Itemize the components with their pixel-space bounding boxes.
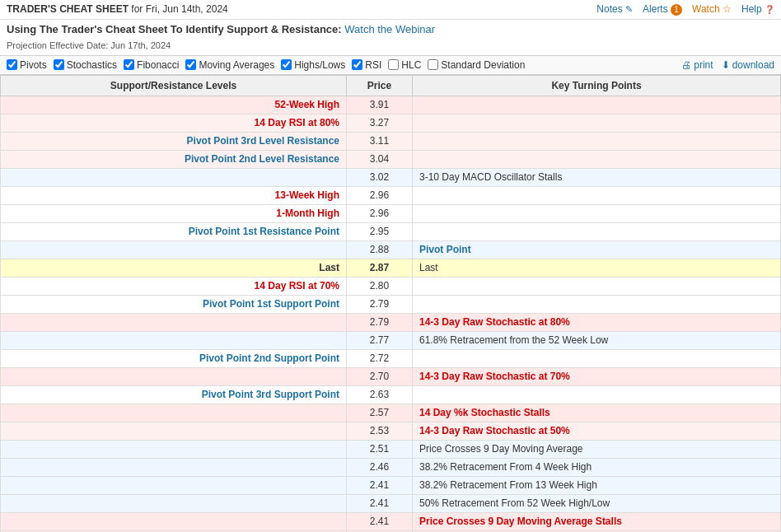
col-header-ktp: Key Turning Points — [413, 75, 781, 96]
price-cell: 2.80 — [347, 277, 413, 295]
action-buttons: 🖨 print ⬇ download — [681, 59, 774, 71]
checkbox-pivots[interactable] — [7, 59, 17, 70]
price-cell: 3.02 — [347, 168, 413, 186]
price-cell: 3.04 — [347, 150, 413, 168]
filter-moving-averages[interactable]: Moving Averages — [185, 59, 274, 71]
price-cell: 2.96 — [347, 186, 413, 204]
help-link[interactable]: Help ❓ — [741, 3, 774, 15]
table-row: 2.4150% Retracement From 52 Week High/Lo… — [1, 494, 781, 512]
ktp-cell — [413, 114, 781, 132]
ktp-cell: 61.8% Retracement from the 52 Week Low — [413, 331, 781, 349]
price-cell: 2.41 — [347, 476, 413, 494]
price-cell: 2.88 — [347, 240, 413, 259]
support-cell: Pivot Point 1st Resistance Point — [1, 222, 347, 240]
webinar-link[interactable]: Watch the Webinar — [344, 23, 435, 35]
checkbox-fibonacci[interactable] — [124, 59, 134, 70]
table-row: 2.7761.8% Retracement from the 52 Week L… — [1, 331, 781, 349]
support-cell — [1, 440, 347, 458]
filter-hlc[interactable]: HLC — [388, 59, 421, 71]
support-cell: Pivot Point 3rd Level Resistance — [1, 132, 347, 150]
support-cell: 1-Month High — [1, 204, 347, 222]
ktp-cell — [413, 186, 781, 204]
notes-link[interactable]: Notes ✎ — [596, 3, 633, 15]
price-cell: 2.53 — [347, 422, 413, 440]
filter-rsi[interactable]: RSI — [352, 59, 381, 71]
support-cell — [1, 331, 347, 349]
download-button[interactable]: ⬇ download — [722, 59, 774, 71]
cheat-sheet-table: Support/Resistance Levels Price Key Turn… — [0, 75, 781, 533]
filter-std-dev[interactable]: Standard Deviation — [428, 59, 525, 71]
ktp-cell — [413, 132, 781, 150]
price-cell: 2.70 — [347, 367, 413, 385]
checkbox-moving-averages[interactable] — [185, 59, 196, 70]
price-cell: 2.79 — [347, 313, 413, 331]
alert-count: 1 — [671, 4, 682, 16]
support-cell — [1, 367, 347, 385]
subtitle-area: Using The Trader's Cheat Sheet To Identi… — [0, 20, 781, 39]
support-cell: 14 Day RSI at 80% — [1, 114, 347, 132]
table-row: Pivot Point 3rd Support Point2.63 — [1, 385, 781, 404]
filter-highs-lows[interactable]: Highs/Lows — [281, 59, 345, 71]
ktp-cell: 14-3 Day Raw Stochastic at 70% — [413, 367, 781, 385]
price-cell: 3.11 — [347, 132, 413, 150]
ktp-cell: Pivot Point — [413, 240, 781, 259]
support-cell — [1, 404, 347, 422]
subtitle-text: Using The Trader's Cheat Sheet To Identi… — [7, 23, 342, 35]
support-cell — [1, 240, 347, 259]
support-cell: Pivot Point 2nd Support Point — [1, 349, 347, 367]
help-label: Help — [741, 3, 762, 15]
header-date: for Fri, Jun 14th, 2024 — [131, 3, 227, 15]
support-cell — [1, 422, 347, 440]
price-cell: 2.57 — [347, 404, 413, 422]
checkbox-hlc[interactable] — [388, 59, 399, 70]
table-row: 1-Month High2.96 — [1, 204, 781, 222]
support-cell: Pivot Point 1st Support Point — [1, 295, 347, 313]
col-header-support: Support/Resistance Levels — [1, 75, 347, 96]
price-cell: 2.96 — [347, 204, 413, 222]
filter-fibonacci[interactable]: Fibonacci — [124, 59, 179, 71]
table-row: 2.4638.2% Retracement From 4 Week High — [1, 458, 781, 476]
ktp-cell — [413, 385, 781, 404]
ktp-cell: 14-3 Day Raw Stochastic at 50% — [413, 422, 781, 440]
alerts-link[interactable]: Alerts 1 — [643, 3, 682, 16]
ktp-cell: 14 Day %k Stochastic Stalls — [413, 404, 781, 422]
ktp-cell: 3-10 Day MACD Oscillator Stalls — [413, 168, 781, 186]
table-row: Pivot Point 2nd Support Point2.72 — [1, 349, 781, 367]
price-cell: 2.46 — [347, 458, 413, 476]
ktp-cell: 50% Retracement From 52 Week High/Low — [413, 494, 781, 512]
table-row: 13-Week High2.96 — [1, 186, 781, 204]
watch-link[interactable]: Watch ☆ — [692, 3, 732, 15]
col-header-price: Price — [347, 75, 413, 96]
checkbox-rsi[interactable] — [352, 59, 362, 70]
table-row: Pivot Point 1st Support Point2.79 — [1, 295, 781, 313]
filter-bar: Pivots Stochastics Fibonacci Moving Aver… — [0, 55, 781, 75]
top-bar: TRADER'S CHEAT SHEET for Fri, Jun 14th, … — [0, 0, 781, 20]
print-button[interactable]: 🖨 print — [681, 59, 713, 71]
table-row: 2.4138.2% Retracement From 13 Week High — [1, 476, 781, 494]
support-cell — [1, 476, 347, 494]
support-cell: 52-Week High — [1, 96, 347, 114]
print-label: print — [694, 59, 713, 71]
checkbox-stochastics[interactable] — [54, 59, 64, 70]
ktp-cell: 38.2% Retracement From 13 Week High — [413, 476, 781, 494]
table-row: 14 Day RSI at 80%3.27 — [1, 114, 781, 132]
price-cell: 2.95 — [347, 222, 413, 240]
price-cell: 2.77 — [347, 331, 413, 349]
ktp-cell: Last — [413, 259, 781, 277]
table-row: 2.41Price Crosses 9 Day Moving Average S… — [1, 512, 781, 530]
filter-stochastics[interactable]: Stochastics — [54, 59, 117, 71]
watch-label: Watch — [692, 3, 720, 15]
checkbox-highs-lows[interactable] — [281, 59, 292, 70]
help-icon: ❓ — [765, 5, 774, 14]
checkbox-std-dev[interactable] — [428, 59, 438, 70]
ktp-cell — [413, 277, 781, 295]
download-label: download — [732, 59, 774, 71]
filter-pivots[interactable]: Pivots — [7, 59, 47, 71]
ktp-cell: Price Crosses 9 Day Moving Average — [413, 440, 781, 458]
header-title-area: TRADER'S CHEAT SHEET for Fri, Jun 14th, … — [7, 3, 228, 15]
table-row: 2.7014-3 Day Raw Stochastic at 70% — [1, 367, 781, 385]
table-row: Pivot Point 2nd Level Resistance3.04 — [1, 150, 781, 168]
table-row: 2.51Price Crosses 9 Day Moving Average — [1, 440, 781, 458]
download-icon: ⬇ — [722, 59, 730, 71]
notes-icon: ✎ — [625, 4, 633, 14]
